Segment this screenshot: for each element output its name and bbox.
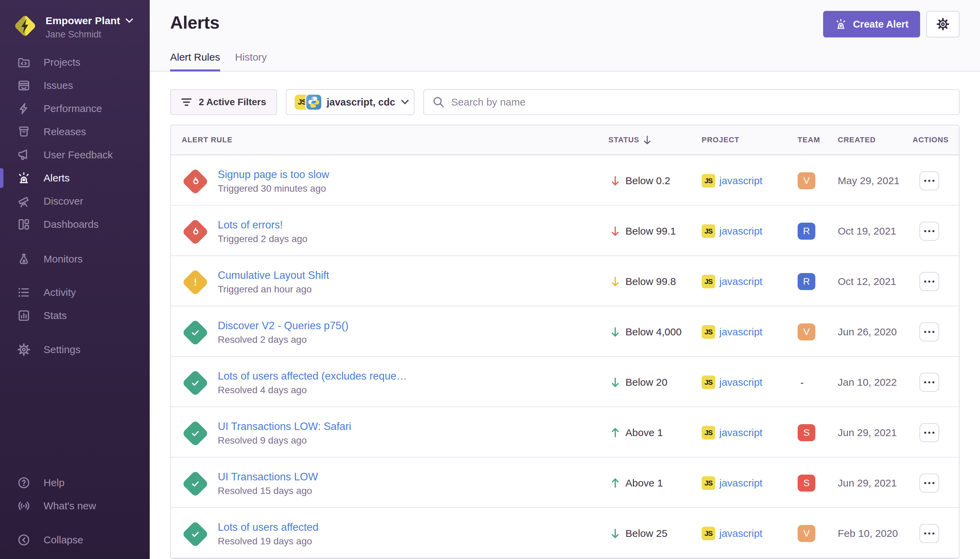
fire-diamond-icon [182,218,209,245]
org-logo [13,13,37,38]
row-actions-button[interactable] [919,222,939,241]
status-cell: Below 99.8 [609,275,702,287]
table-row: UI Transactions LOW Resolved 15 days ago… [171,458,959,508]
alert-rule-link[interactable]: Lots of users affected (excludes reque… [218,369,407,383]
tab-history[interactable]: History [235,51,267,71]
collapse-icon [17,533,31,547]
settings-gear-button[interactable] [926,11,960,38]
sidebar-item-dashboards[interactable]: Dashboards [0,213,150,236]
sidebar-item-help[interactable]: Help [0,471,150,495]
sidebar-item-stats[interactable]: Stats [0,304,150,327]
sidebar-item-releases[interactable]: Releases [0,120,150,143]
sidebar-item-monitors[interactable]: Monitors [0,248,150,271]
sidebar-item-label: Projects [44,56,80,68]
ellipsis-icon [924,532,935,535]
sidebar-item-issues[interactable]: Issues [0,74,150,97]
col-alert-rule: Alert Rule [171,136,609,144]
sidebar-item-activity[interactable]: Activity [0,281,150,304]
ellipsis-icon [924,331,935,333]
monitors-icon [17,252,31,266]
status-cell: Above 1 [609,425,702,438]
arrow-up-icon [611,477,619,489]
chevron-down-icon [401,99,409,105]
sidebar-item-label: What's new [44,500,96,512]
whatsnew-icon [17,499,31,513]
row-actions-button[interactable] [919,524,939,543]
project-link[interactable]: javascript [719,225,762,237]
sidebar-item-feedback[interactable]: User Feedback [0,143,150,167]
project-link[interactable]: javascript [719,477,762,489]
search-icon [433,96,444,108]
alert-rule-link[interactable]: Lots of errors! [218,218,308,232]
row-actions-button[interactable] [919,373,939,392]
project-cell: JS javascript [702,273,798,288]
sidebar-item-projects[interactable]: Projects [0,51,150,74]
project-link[interactable]: javascript [719,377,762,388]
created-cell: Oct 19, 2021 [838,224,912,237]
row-actions-button[interactable] [919,272,939,291]
create-alert-button[interactable]: Create Alert [823,11,920,38]
team-avatar: S [798,475,815,491]
tab-alert-rules[interactable]: Alert Rules [170,51,220,71]
project-link[interactable]: javascript [719,528,762,539]
sidebar-item-label: Monitors [44,253,82,265]
row-actions-button[interactable] [919,322,939,341]
row-actions-button[interactable] [919,171,939,190]
check-diamond-icon [182,521,209,548]
status-cell: Below 4,000 [609,325,702,338]
alert-rule-link[interactable]: Lots of users affected [218,521,318,534]
activity-icon [17,286,31,299]
alert-rule-link[interactable]: UI Transactions LOW: Safari [218,420,351,433]
performance-icon [17,102,31,116]
created-cell: May 29, 2021 [838,174,912,187]
sidebar-footer: HelpWhat's newCollapse [0,471,150,559]
team-avatar: V [798,172,815,189]
sidebar-item-performance[interactable]: Performance [0,97,150,120]
table-row: Cumulative Layout Shift Triggered an hou… [171,256,959,306]
alert-rule-link[interactable]: Cumulative Layout Shift [218,269,329,282]
sidebar-item-whatsnew[interactable]: What's new [0,495,150,518]
project-cell: JS javascript [702,475,798,490]
team-avatar: S [798,424,815,441]
project-link[interactable]: javascript [719,175,762,187]
ellipsis-icon [924,280,935,283]
project-selector[interactable]: JS javascript, cdc [286,89,414,115]
col-status[interactable]: Status [609,135,702,145]
table-row: Lots of users affected (excludes reque… … [171,357,959,407]
search-input[interactable] [451,96,950,108]
alert-rule-link[interactable]: Signup page is too slow [218,168,329,182]
created-cell: Jun 29, 2021 [838,425,912,438]
javascript-platform-icon: JS [702,325,715,339]
feedback-icon [17,148,31,162]
org-switcher[interactable]: Empower Plant Jane Schmidt [0,0,150,40]
sidebar-item-label: Discover [44,195,83,207]
row-actions-button[interactable] [919,423,939,442]
warning-diamond-icon [182,269,209,296]
help-icon [17,476,31,490]
sidebar-item-collapse[interactable]: Collapse [0,528,150,551]
table-row: UI Transactions LOW: Safari Resolved 9 d… [171,407,959,458]
project-link[interactable]: javascript [719,276,762,287]
team-avatar: V [798,323,815,341]
project-link[interactable]: javascript [719,427,762,438]
check-diamond-icon [182,420,209,447]
active-filters-button[interactable]: 2 Active Filters [170,89,277,115]
sidebar-item-label: User Feedback [44,149,113,161]
status-cell: Above 1 [609,476,702,489]
arrow-down-icon [611,276,619,287]
sidebar-item-discover[interactable]: Discover [0,190,150,213]
sidebar-item-settings[interactable]: Settings [0,338,150,361]
team-cell: V [798,171,838,189]
alert-rule-link[interactable]: UI Transactions LOW [218,470,318,484]
search-box [423,89,960,115]
alert-rule-link[interactable]: Discover V2 - Queries p75() [218,319,348,332]
page-title: Alerts [170,13,219,31]
status-cell: Below 99.1 [609,224,702,237]
sidebar-item-alerts[interactable]: Alerts [0,167,150,190]
check-diamond-icon [182,319,209,346]
alert-rule-status-text: Resolved 19 days ago [218,535,318,548]
python-platform-icon [306,95,321,110]
sidebar-item-label: Issues [44,79,73,91]
row-actions-button[interactable] [919,473,939,493]
project-link[interactable]: javascript [719,326,762,338]
